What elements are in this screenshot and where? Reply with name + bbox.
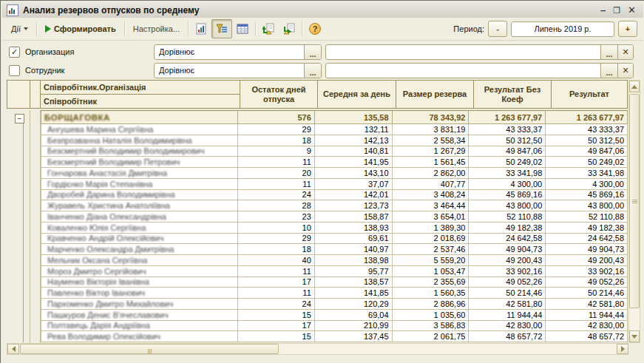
filter-settings-icon[interactable] bbox=[211, 19, 232, 38]
employee-name-text: Мельник Оксана Сергіївна bbox=[47, 256, 147, 265]
table-row[interactable]: Журавель Христина Анатоліївна28123,733 4… bbox=[41, 200, 628, 211]
horizontal-scroll-thumb[interactable] bbox=[20, 344, 279, 354]
header-reserve-column: Размер резерва bbox=[396, 80, 474, 109]
vertical-scroll-thumb[interactable] bbox=[629, 94, 640, 308]
collapse-groups-icon[interactable] bbox=[258, 19, 279, 38]
collapse-group-toggle[interactable]: − bbox=[15, 114, 24, 123]
period-increase-button[interactable]: + bbox=[618, 21, 637, 37]
cell-days: 17 bbox=[238, 321, 315, 332]
table-row[interactable]: Мороз Дмитро Сергійович1195,771 053,4733… bbox=[41, 266, 628, 277]
employee-name: Безсмертний Володимир Петрович bbox=[41, 157, 238, 168]
table-row[interactable]: Рева Володимир Олексійович15137,452 061,… bbox=[41, 331, 628, 342]
employee-name: Гончарова Анастасія Дмитрівна bbox=[41, 168, 238, 179]
table-row[interactable]: Ангушева Марина Сергіївна29132,113 831,1… bbox=[41, 124, 628, 135]
toolbar-separator bbox=[188, 21, 189, 36]
employee-name-text: Рева Володимир Олексійович bbox=[47, 332, 160, 341]
employee-checkbox[interactable] bbox=[9, 65, 20, 76]
cell-result: 45 869,16 bbox=[546, 190, 628, 201]
cell-result_no_coef: 33 341,98 bbox=[469, 168, 546, 179]
organization-checkbox[interactable]: ✓ bbox=[9, 47, 20, 58]
cell-result_no_coef: 42 830,00 bbox=[469, 321, 546, 332]
header-tree-cell bbox=[30, 80, 41, 109]
cell-result: 50 249,02 bbox=[546, 157, 628, 168]
scroll-left-icon[interactable] bbox=[7, 344, 19, 354]
grouping-tree-strip: − bbox=[7, 110, 41, 343]
cell-avg: 123,73 bbox=[315, 200, 393, 211]
table-row[interactable]: Павленко Віктор Іванович11141,851 560,35… bbox=[41, 288, 628, 299]
table-row[interactable]: Дворобей Дарина Володимирівна24142,013 4… bbox=[41, 190, 628, 201]
maximize-button[interactable]: ❒ bbox=[613, 5, 620, 16]
table-row[interactable]: Безпрозванна Наталія Володимирівна18142,… bbox=[41, 135, 628, 146]
table-row[interactable]: Пашкуров Денис В'ячеславович1569,041 035… bbox=[41, 310, 628, 321]
header-employee-column: Співробітник.Організація Співробітник bbox=[40, 80, 240, 109]
filter-row-organization: ✓ Организация Дорівнює ... ... ✕ bbox=[2, 44, 643, 60]
comparison-value: Дорівнює bbox=[155, 66, 304, 75]
table-row[interactable]: Безсмертний Володимир Володимирович9140,… bbox=[41, 146, 628, 157]
table-row[interactable]: Коваленко Юлія Сергіївна10138,931 389,30… bbox=[41, 223, 628, 234]
period-decrease-button[interactable]: - bbox=[488, 21, 507, 37]
cell-result_no_coef: 50 312,50 bbox=[469, 135, 546, 146]
scroll-down-icon[interactable] bbox=[629, 330, 640, 342]
ellipsis-button[interactable]: ... bbox=[600, 45, 617, 59]
cell-days: 40 bbox=[238, 255, 315, 266]
employee-name: Дворобей Дарина Володимирівна bbox=[41, 190, 238, 201]
table-row[interactable]: Іванченко Діана Олександрівна23158,873 6… bbox=[41, 211, 628, 223]
cell-days: 24 bbox=[238, 299, 315, 310]
organization-label: Организация bbox=[25, 47, 74, 56]
generate-button[interactable]: Сформировать bbox=[39, 21, 122, 36]
table-row[interactable]: Науменко Вікторія Іванівна17138,572 355,… bbox=[41, 277, 628, 288]
table-row[interactable]: Полтавець Дарія Андріївна17210,993 586,8… bbox=[41, 321, 628, 332]
clear-icon[interactable]: ✕ bbox=[617, 45, 633, 59]
table-row[interactable]: Кравченко Андрій Олексійович2969,612 018… bbox=[41, 234, 628, 245]
expand-groups-icon[interactable] bbox=[279, 19, 299, 38]
employee-name: Пашкуров Денис В'ячеславович bbox=[41, 310, 238, 321]
employee-name-text: Полтавець Дарія Андріївна bbox=[47, 321, 150, 330]
clear-icon[interactable]: ✕ bbox=[617, 64, 633, 78]
horizontal-scrollbar[interactable] bbox=[7, 343, 628, 355]
settings-label: Настройка... bbox=[133, 24, 180, 33]
settings-button[interactable]: Настройка... bbox=[127, 21, 186, 36]
title-bar[interactable]: Анализ резервов отпусков по среднему – ❒… bbox=[2, 2, 643, 18]
employee-value-field[interactable]: ... ✕ bbox=[325, 63, 634, 78]
cell-days: 18 bbox=[238, 244, 315, 255]
actions-menu-button[interactable]: Дії bbox=[5, 21, 34, 36]
minimize-button[interactable]: – bbox=[600, 5, 606, 16]
report-chart-icon[interactable] bbox=[191, 19, 211, 38]
table-fields-icon[interactable] bbox=[232, 19, 253, 38]
period-field[interactable]: Липень 2019 р. bbox=[511, 21, 614, 37]
close-button[interactable]: ✕ bbox=[628, 5, 636, 16]
ellipsis-button[interactable]: ... bbox=[304, 45, 321, 59]
ellipsis-button[interactable]: ... bbox=[304, 64, 321, 78]
report-table: Співробітник.Організація Співробітник Ос… bbox=[7, 80, 628, 343]
table-row[interactable]: Марченко Олександра Дмитрівна18140,972 5… bbox=[41, 244, 628, 255]
cell-result: 42 581,80 bbox=[546, 299, 628, 310]
cell-avg: 140,97 bbox=[315, 244, 393, 255]
employee-name: Мороз Дмитро Сергійович bbox=[41, 266, 238, 277]
organization-comparison-combo[interactable]: Дорівнює ... bbox=[154, 44, 322, 60]
vertical-scrollbar[interactable] bbox=[628, 80, 640, 343]
cell-reserve: 1 267,29 bbox=[393, 146, 470, 157]
cell-reserve: 1 035,60 bbox=[393, 310, 470, 321]
cell-result_no_coef: 4 300,00 bbox=[469, 179, 546, 190]
cell-result: 43 800,00 bbox=[546, 200, 628, 211]
window-title: Анализ резервов отпусков по среднему bbox=[23, 5, 199, 16]
employee-comparison-combo[interactable]: Дорівнює ... bbox=[154, 63, 322, 78]
cell-result_no_coef: 48 657,72 bbox=[469, 331, 546, 342]
group-row[interactable]: БОРЩАГОВКА 576 135,58 78 343,92 1 263 67… bbox=[41, 110, 628, 124]
table-row[interactable]: Пархоменко Дмитро Михайлович24120,292 88… bbox=[41, 299, 628, 310]
cell-result: 11 944,44 bbox=[546, 310, 628, 321]
scroll-up-icon[interactable] bbox=[629, 81, 640, 92]
ellipsis-button[interactable]: ... bbox=[600, 64, 617, 78]
scroll-right-icon[interactable] bbox=[617, 344, 628, 354]
cell-result_no_coef: 45 869,16 bbox=[469, 190, 546, 201]
help-icon[interactable]: ? bbox=[305, 19, 325, 38]
table-row[interactable]: Гончарова Анастасія Дмитрівна20143,102 8… bbox=[41, 168, 628, 179]
cell-days: 15 bbox=[238, 310, 315, 321]
generate-label: Сформировать bbox=[54, 24, 116, 33]
employee-name: Рева Володимир Олексійович bbox=[41, 331, 238, 342]
table-row[interactable]: Мельник Оксана Сергіївна40138,985 559,20… bbox=[41, 255, 628, 266]
table-row[interactable]: Гордієнко Марія Степанівна1137,07407,774… bbox=[41, 179, 628, 190]
employee-name-text: Науменко Вікторія Іванівна bbox=[47, 277, 149, 286]
organization-value-field[interactable]: ... ✕ bbox=[325, 44, 634, 60]
table-row[interactable]: Безсмертний Володимир Петрович11141,951 … bbox=[41, 157, 628, 168]
